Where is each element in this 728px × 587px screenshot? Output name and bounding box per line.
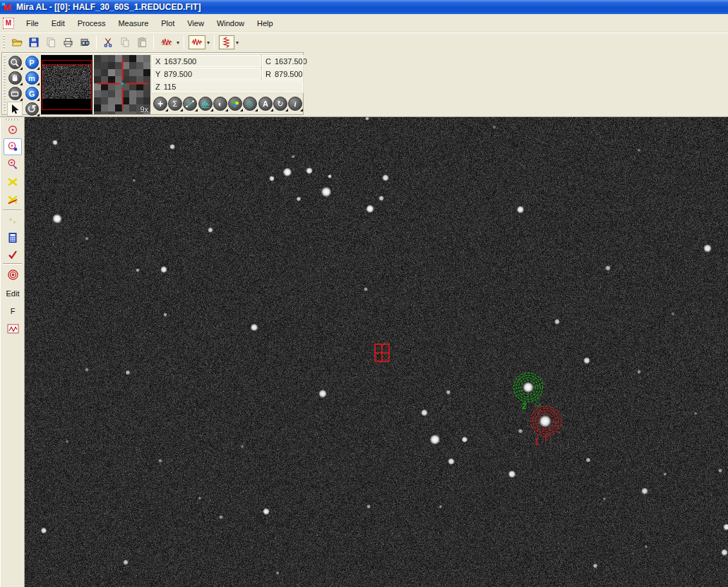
clipboard-icon (136, 37, 148, 48)
toolbar-gripper[interactable] (3, 35, 5, 49)
open-file-button[interactable] (8, 35, 25, 50)
letter-m-icon: m (25, 71, 39, 85)
m-mode-button[interactable]: m (24, 71, 40, 85)
yellow-x-slash-icon (7, 194, 18, 205)
palette-row: P m G (0, 52, 728, 117)
z-readout: Z 115 (152, 80, 303, 92)
info-button[interactable]: i (288, 97, 302, 111)
dropdown-arrow-icon[interactable]: ▾ (236, 40, 239, 46)
toolbar-separator (153, 35, 154, 49)
refresh-button[interactable]: ↻ (273, 97, 287, 111)
magnifier-thumbnail[interactable] (94, 55, 150, 114)
aperture-move-tool-button[interactable] (4, 156, 22, 173)
aperture-tool-button[interactable] (4, 121, 22, 138)
pan-mode-button[interactable] (7, 71, 23, 85)
tool-sidebar: Edit F (0, 117, 25, 587)
magnifier-icon (10, 58, 20, 68)
g-mode-button[interactable]: G (24, 86, 40, 101)
calculator-tool-button[interactable] (4, 229, 22, 246)
titlebar[interactable]: M Mira AL - [[0]: HALF_30_60S_1.REDUCED.… (0, 0, 728, 14)
aperture-circle-icon: ◎ (243, 97, 257, 111)
line-profile-icon (185, 99, 195, 109)
toolbar-separator (184, 35, 184, 49)
undo-mode-button[interactable]: ↺ (24, 102, 40, 116)
menu-view[interactable]: View (181, 16, 210, 30)
cut-button[interactable] (100, 35, 117, 50)
sidebar-gripper[interactable] (5, 119, 19, 121)
dropdown-arrow-icon[interactable]: ▾ (207, 40, 210, 46)
region-mode-button[interactable] (7, 86, 23, 101)
move-position-button[interactable]: + (153, 97, 167, 111)
main-toolbar: ▾ ▾ ▾ (0, 32, 728, 52)
bullseye-icon (7, 269, 19, 281)
aperture-button[interactable]: ◎ (243, 97, 257, 111)
plot-tool-button[interactable] (4, 320, 22, 337)
calculator-icon (7, 232, 18, 243)
image-viewport[interactable] (25, 117, 728, 587)
menu-help[interactable]: Help (251, 16, 280, 30)
contrast-icon: ◐ (213, 97, 227, 111)
red-waveform-icon (160, 37, 173, 48)
sidebar-separator (3, 263, 22, 265)
duplicate-button[interactable] (42, 35, 59, 50)
histogram-plot-button[interactable] (198, 97, 213, 111)
c-label: C (265, 57, 271, 66)
line-profile-button[interactable] (183, 97, 197, 111)
app-icon: M (2, 2, 13, 12)
aperture-select-icon (7, 141, 18, 152)
rectangle-icon (10, 89, 20, 99)
contrast-button[interactable]: ◐ (213, 97, 227, 111)
copy-button[interactable] (117, 35, 133, 50)
menu-file[interactable]: File (20, 16, 45, 30)
sigma-icon: Σ (168, 97, 182, 111)
paste-button[interactable] (133, 35, 150, 50)
menu-process[interactable]: Process (71, 16, 112, 30)
letter-g-icon: G (25, 87, 39, 100)
floppy-icon (28, 37, 40, 48)
delete-all-marks-tool-button[interactable] (4, 191, 22, 208)
delete-mark-tool-button[interactable] (4, 174, 22, 190)
edit-tool-button[interactable]: Edit (4, 285, 22, 302)
accept-tool-button[interactable] (4, 246, 22, 263)
y-label: Y (155, 70, 160, 78)
annotate-button[interactable]: A (258, 97, 273, 111)
x-label: X (155, 57, 160, 66)
waveform-box-icon (7, 324, 19, 334)
save-button[interactable] (25, 35, 42, 50)
new-marks-tool-button[interactable] (4, 212, 22, 229)
f-tool-button[interactable]: F (4, 303, 22, 320)
letter-p-icon: P (25, 56, 39, 69)
sidebar-separator (3, 210, 22, 211)
duplicate-pages-icon (45, 37, 56, 48)
image-overview-thumbnail[interactable] (41, 55, 93, 114)
cursor-arrow-icon (10, 104, 20, 114)
pointer-mode-button[interactable] (7, 102, 23, 116)
histogram-panel-button[interactable] (189, 35, 205, 49)
open-folder-icon (11, 37, 23, 48)
p-mode-button[interactable]: P (24, 55, 40, 70)
histogram-button[interactable] (158, 35, 175, 50)
letter-a-icon: A (258, 97, 273, 111)
info-icon: i (288, 97, 302, 111)
statistics-button[interactable]: Σ (168, 97, 182, 111)
print-button[interactable] (59, 35, 76, 50)
y-value: 879.500 (164, 70, 192, 78)
y-readout: Y 879.500 (152, 68, 261, 80)
star-field-image[interactable] (25, 117, 728, 587)
centroid-tool-button[interactable] (4, 266, 22, 283)
menu-plot[interactable]: Plot (155, 16, 181, 30)
panel-gripper[interactable] (4, 56, 6, 111)
preview-button[interactable] (76, 35, 93, 50)
stretch-panel-button[interactable] (219, 35, 234, 49)
printer-icon (62, 37, 74, 48)
menu-measure[interactable]: Measure (112, 16, 155, 30)
dropdown-arrow-icon[interactable]: ▾ (177, 40, 179, 46)
menu-window[interactable]: Window (210, 16, 251, 30)
zoom-mode-button[interactable] (7, 55, 23, 70)
aperture-ring-icon (7, 124, 18, 135)
red-check-icon (7, 249, 18, 260)
aperture-select-tool-button[interactable] (4, 138, 22, 155)
palette-button[interactable] (228, 97, 242, 111)
menu-edit[interactable]: Edit (45, 16, 71, 30)
x-readout: X 1637.500 (152, 55, 261, 67)
